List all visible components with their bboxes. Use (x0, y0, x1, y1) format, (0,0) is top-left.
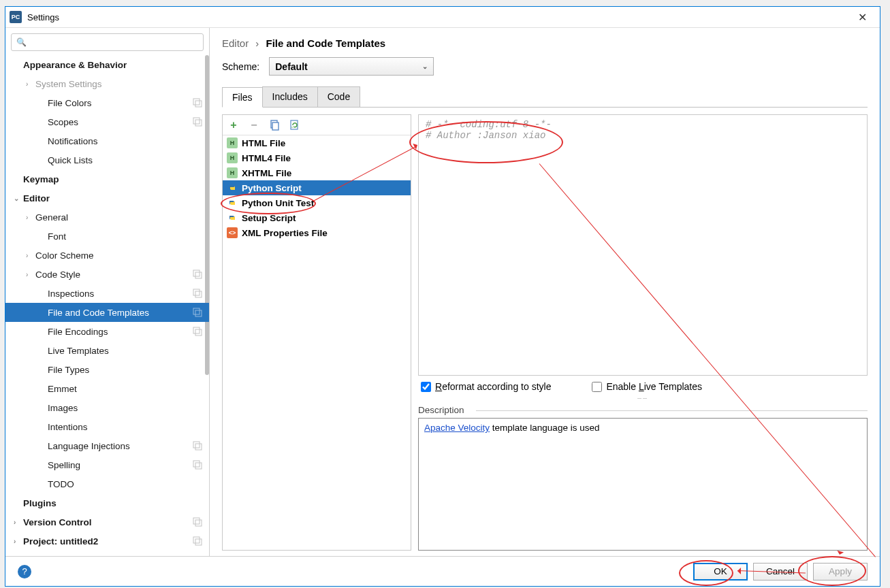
tree-item-label: Code Style (35, 270, 193, 280)
svg-rect-18 (193, 537, 200, 543)
tree-item[interactable]: ›Build, Execution, Deployment (5, 551, 209, 556)
svg-rect-12 (193, 442, 200, 448)
tree-item[interactable]: Keymap (5, 169, 209, 189)
tree-item[interactable]: ›Code Style (5, 265, 209, 284)
tree-item[interactable]: TODO (5, 474, 209, 493)
tree-item[interactable]: File Types (5, 360, 209, 379)
apply-button[interactable]: Apply (813, 563, 868, 581)
settings-tree[interactable]: Appearance & Behavior›System SettingsFil… (5, 55, 209, 556)
tree-item-label: Plugins (23, 498, 209, 508)
tree-item[interactable]: Notifications (5, 131, 209, 150)
template-item[interactable]: HHTML4 File (223, 150, 411, 165)
tree-item-label: Live Templates (48, 346, 209, 356)
tab-includes[interactable]: Includes (262, 86, 318, 107)
copy-icon[interactable] (269, 120, 280, 131)
tree-item-label: Spelling (48, 460, 193, 470)
tree-item[interactable]: ›System Settings (5, 74, 209, 93)
expand-icon: › (26, 252, 35, 259)
search-input[interactable] (11, 33, 204, 51)
tree-item-label: File and Code Templates (48, 308, 193, 318)
tree-item-label: Keymap (23, 174, 209, 184)
tree-item[interactable]: ›Project: untitled2 (5, 532, 209, 551)
tree-item[interactable]: Plugins (5, 493, 209, 512)
tree-item[interactable]: Images (5, 398, 209, 417)
close-icon[interactable]: ✕ (848, 11, 876, 24)
template-toolbar: + − (223, 115, 411, 135)
breadcrumb-section[interactable]: Editor (222, 37, 249, 49)
template-item[interactable]: Python Script (223, 180, 411, 195)
svg-rect-3 (195, 120, 202, 126)
tree-item[interactable]: Font (5, 227, 209, 246)
svg-rect-5 (195, 272, 202, 278)
search-icon: 🔍 (16, 37, 27, 47)
template-list-panel: + − HHTML FileHHTML4 FileHXHTML FilePyth… (222, 114, 411, 551)
tree-item-label: Language Injections (48, 441, 193, 451)
scope-badge-icon (193, 327, 202, 336)
tree-item-label: Version Control (23, 517, 193, 527)
tree-item-label: Color Scheme (35, 250, 209, 261)
add-icon[interactable]: + (228, 120, 239, 131)
enable-live-templates-checkbox[interactable] (592, 382, 602, 392)
scheme-label: Scheme: (222, 61, 259, 72)
chevron-right-icon: › (255, 37, 259, 49)
tree-item[interactable]: ⌄Editor (5, 189, 209, 208)
tree-item-label: File Encodings (48, 327, 193, 337)
refresh-icon[interactable] (289, 120, 300, 131)
tab-code[interactable]: Code (317, 86, 360, 107)
apache-velocity-link[interactable]: Apache Velocity (424, 423, 490, 433)
template-tabs: FilesIncludesCode (222, 86, 868, 108)
tree-item-label: Project: untitled2 (23, 536, 193, 546)
tree-item[interactable]: Live Templates (5, 341, 209, 360)
tree-item[interactable]: Appearance & Behavior (5, 55, 209, 74)
template-item[interactable]: Python Unit Test (223, 195, 411, 210)
reformat-checkbox[interactable] (421, 382, 431, 392)
cancel-button[interactable]: Cancel (753, 563, 808, 581)
tree-item[interactable]: ›Version Control (5, 512, 209, 532)
help-icon[interactable]: ? (18, 565, 31, 578)
scope-badge-icon (193, 98, 202, 108)
tree-item[interactable]: File Colors (5, 93, 209, 112)
tree-item[interactable]: ›Color Scheme (5, 246, 209, 265)
template-item[interactable]: HHTML File (223, 135, 411, 150)
svg-rect-1 (195, 101, 202, 107)
scope-badge-icon (193, 308, 202, 317)
resize-grip[interactable]: ┄┄ (418, 395, 868, 402)
remove-icon[interactable]: − (249, 120, 259, 131)
ok-button[interactable]: OK (693, 563, 748, 581)
file-type-icon (227, 197, 238, 208)
tree-item-label: Font (48, 231, 209, 242)
scope-badge-icon (193, 536, 202, 546)
tree-item[interactable]: File Encodings (5, 322, 209, 341)
tree-item[interactable]: Inspections (5, 284, 209, 303)
tree-item[interactable]: Spelling (5, 455, 209, 474)
template-editor[interactable]: # -*- coding:utf-8 -*- # Author :Janson … (418, 114, 868, 376)
svg-rect-13 (195, 444, 202, 450)
svg-rect-4 (193, 270, 200, 276)
expand-icon: ⌄ (14, 195, 23, 202)
tree-item[interactable]: Emmet (5, 379, 209, 398)
file-type-icon (227, 182, 238, 193)
tree-item-label: Build, Execution, Deployment (23, 555, 209, 557)
expand-icon: › (26, 271, 35, 278)
svg-rect-21 (272, 122, 279, 130)
template-item[interactable]: HXHTML File (223, 165, 411, 180)
svg-rect-0 (193, 99, 200, 105)
reformat-checkbox-label[interactable]: Reformat according to style (421, 381, 551, 392)
template-item[interactable]: Setup Script (223, 210, 411, 225)
tree-item[interactable]: File and Code Templates (5, 303, 209, 322)
template-item[interactable]: <>XML Properties File (223, 225, 411, 240)
tree-item[interactable]: ›General (5, 208, 209, 227)
tree-item-label: Images (48, 403, 209, 413)
breadcrumb-page: File and Code Templates (266, 37, 386, 49)
tree-item[interactable]: Language Injections (5, 436, 209, 455)
svg-rect-14 (193, 461, 200, 467)
svg-rect-16 (193, 518, 200, 524)
tree-item[interactable]: Quick Lists (5, 150, 209, 169)
tab-files[interactable]: Files (222, 87, 263, 108)
tree-item[interactable]: Scopes (5, 112, 209, 131)
tree-item[interactable]: Intentions (5, 417, 209, 436)
tree-item-label: System Settings (35, 79, 209, 89)
template-list[interactable]: HHTML FileHHTML4 FileHXHTML FilePython S… (223, 135, 411, 550)
enable-live-templates-label[interactable]: Enable Live Templates (592, 381, 702, 392)
scheme-select[interactable]: Default ⌄ (269, 57, 434, 76)
